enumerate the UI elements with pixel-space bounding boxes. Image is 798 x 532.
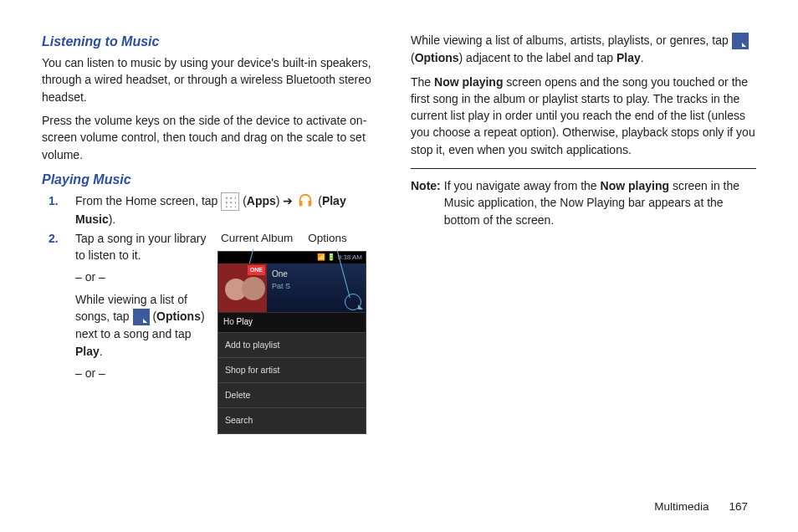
apps-icon bbox=[221, 192, 239, 211]
callout-current-album: Current Album bbox=[221, 230, 293, 247]
page-footer: Multimedia167 bbox=[654, 499, 748, 515]
note-block: Note: If you navigate away from the Now … bbox=[411, 177, 756, 228]
phone-screenshot: Current Album Options 📶 🔋 9:38 AM O bbox=[217, 230, 366, 434]
para-listening-1: You can listen to music by using your de… bbox=[42, 54, 387, 105]
col2-para-2: The Now playing screen opens and the son… bbox=[411, 74, 756, 158]
step-number-2: 2. bbox=[49, 230, 59, 247]
phone-album-art: ONE bbox=[218, 263, 267, 312]
phone-menu-header: Ho Play bbox=[218, 312, 366, 332]
col2-para-1: While viewing a list of albums, artists,… bbox=[411, 32, 756, 67]
phone-menu-add-playlist: Add to playlist bbox=[218, 332, 366, 357]
step-number-1: 1. bbox=[49, 192, 59, 209]
callout-options: Options bbox=[308, 230, 347, 247]
phone-menu-shop-artist: Shop for artist bbox=[218, 357, 366, 382]
heading-playing: Playing Music bbox=[42, 170, 387, 189]
phone-status-bar: 📶 🔋 9:38 AM bbox=[218, 252, 366, 263]
para-listening-2: Press the volume keys on the side of the… bbox=[42, 112, 387, 163]
step-2a-text: Tap a song in your library to listen to … bbox=[75, 230, 209, 264]
or-divider-2: – or – bbox=[75, 365, 209, 381]
play-music-icon bbox=[296, 192, 315, 211]
heading-listening: Listening to Music bbox=[42, 32, 387, 51]
overflow-menu-icon bbox=[133, 309, 150, 325]
or-divider-1: – or – bbox=[75, 269, 209, 285]
phone-track-info: One Pat S bbox=[267, 263, 347, 312]
phone-menu-delete: Delete bbox=[218, 382, 366, 407]
phone-options-corner bbox=[347, 263, 366, 312]
step-2b-text: While viewing a list of songs, tap (Opti… bbox=[75, 291, 209, 360]
step-1-text: From the Home screen, tap (Apps) ➔ (Play… bbox=[75, 192, 387, 228]
overflow-menu-icon bbox=[732, 33, 749, 49]
phone-menu-search: Search bbox=[218, 407, 366, 432]
note-divider bbox=[411, 168, 756, 169]
